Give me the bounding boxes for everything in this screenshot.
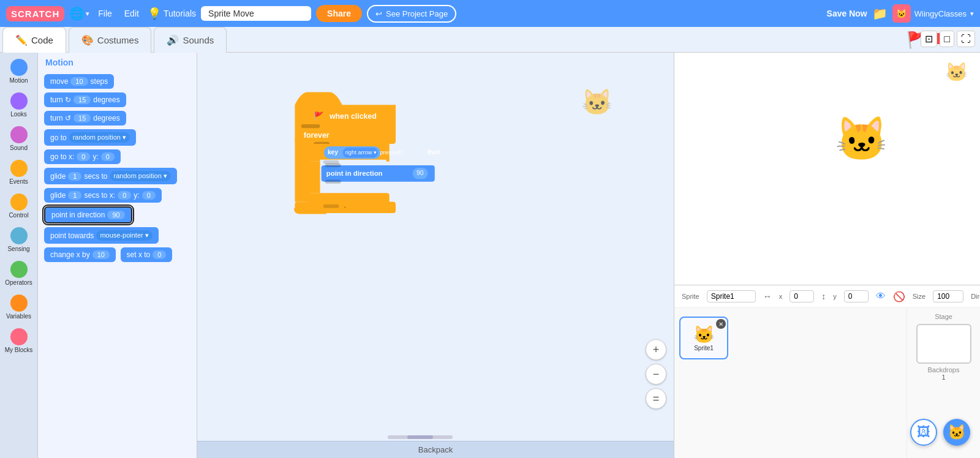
sidebar-item-control[interactable]: Control — [2, 190, 36, 222]
username-label: WiingyClasses — [914, 9, 967, 18]
zoom-in-button[interactable]: + — [646, 339, 666, 360]
motion-label: Motion — [9, 77, 28, 84]
tab-sounds[interactable]: 🔊 Sounds — [154, 27, 227, 53]
myblocks-dot — [10, 328, 28, 345]
add-backdrop-button[interactable]: 🖼 — [910, 419, 937, 446]
x-label: x — [779, 293, 783, 300]
normal-stage-button[interactable]: □ — [940, 31, 954, 47]
svg-text:🚩: 🚩 — [314, 111, 324, 121]
x-coord-icon: ↔ — [763, 291, 772, 301]
sprite-label: Sprite — [682, 293, 699, 300]
sensing-dot — [10, 227, 28, 244]
sprite-info-panel: Sprite ↔ x ↕ y 👁 🚫 Size Direction — [674, 285, 980, 308]
forever-block: forever ↩ — [295, 124, 396, 213]
sidebar-item-sound[interactable]: Sound — [2, 122, 36, 155]
horizontal-scrollbar[interactable] — [197, 434, 643, 441]
stage-thumbnail[interactable] — [916, 324, 971, 364]
sidebar-item-variables[interactable]: Variables — [2, 291, 36, 323]
svg-rect-4 — [295, 139, 311, 202]
save-now-button[interactable]: Save Now — [827, 9, 867, 18]
sidebar-item-sensing[interactable]: Sensing — [2, 223, 36, 256]
stage-panel-label: Stage — [935, 313, 952, 320]
events-label: Events — [9, 178, 28, 185]
tab-code[interactable]: ✏️ Code — [2, 27, 66, 53]
zoom-out-button[interactable]: − — [646, 364, 666, 385]
go-to-xy-block[interactable]: go to x: 0 y: 0 — [44, 149, 121, 164]
svg-text:then: then — [427, 149, 440, 156]
y-coord-icon: ↕ — [821, 291, 826, 301]
y-value-input[interactable] — [844, 290, 869, 302]
motion-dot — [10, 59, 28, 76]
show-button[interactable]: 👁 — [876, 291, 886, 302]
point-towards-block[interactable]: point towards mouse-pointer ▾ — [44, 227, 159, 244]
svg-rect-6 — [301, 124, 320, 128]
code-area[interactable]: 🚩 when clicked forever ↩ — [197, 53, 674, 458]
svg-rect-21 — [325, 180, 341, 184]
svg-rect-10 — [324, 146, 381, 159]
sprite-thumbnail-image: 🐱 — [693, 325, 715, 345]
variables-label: Variables — [6, 313, 31, 320]
right-panel: 🐱 🐱 Sprite ↔ x ↕ y 👁 🚫 Size Direction — [674, 53, 980, 458]
turn-ccw-block[interactable]: turn ↺ 15 degrees — [44, 111, 126, 126]
globe-icon[interactable]: 🌐 ▾ — [69, 6, 89, 21]
hat-block-group: 🚩 when clicked — [295, 92, 396, 131]
svg-rect-23 — [413, 168, 428, 179]
share-button[interactable]: Share — [316, 5, 362, 22]
set-x-block[interactable]: set x to 0 — [121, 247, 173, 262]
scrollbar-track — [388, 435, 453, 439]
tutorials-button[interactable]: 💡 Tutorials — [148, 7, 196, 20]
hide-button[interactable]: 🚫 — [893, 291, 905, 302]
go-to-block[interactable]: go to random position ▾ — [44, 129, 136, 146]
point-direction-block[interactable]: point in direction 90 — [44, 206, 132, 223]
svg-rect-12 — [343, 148, 379, 157]
sidebar-item-operators[interactable]: Operators — [2, 257, 36, 290]
stage-cat-sprite: 🐱 — [835, 114, 888, 164]
turn-cw-block[interactable]: turn ↻ 15 degrees — [44, 92, 126, 107]
sound-dot — [10, 126, 28, 143]
user-area[interactable]: 🐱 WiingyClasses ▾ — [892, 4, 974, 23]
blocks-workspace-svg: 🚩 when clicked forever ↩ — [197, 53, 638, 371]
sidebar-item-events[interactable]: Events — [2, 156, 36, 189]
svg-rect-16 — [307, 162, 320, 193]
stage-area: 🐱 🐱 — [674, 53, 980, 285]
small-stage-button[interactable]: ⊡ — [921, 31, 937, 47]
tab-costumes[interactable]: 🎨 Costumes — [69, 27, 152, 53]
svg-text:right arrow ▾: right arrow ▾ — [345, 149, 377, 156]
user-avatar: 🐱 — [892, 4, 911, 23]
size-input[interactable] — [933, 290, 963, 302]
move-block[interactable]: move 10 steps — [44, 74, 114, 89]
sprite-delete-button[interactable]: ✕ — [716, 319, 726, 329]
costumes-tab-icon: 🎨 — [81, 34, 94, 46]
scrollbar-thumb[interactable] — [407, 435, 433, 439]
svg-rect-7 — [314, 142, 330, 146]
glide-random-block[interactable]: glide 1 secs to random position ▾ — [44, 168, 177, 184]
file-menu[interactable]: File — [94, 6, 116, 21]
see-project-button[interactable]: ↩ See Project Page — [367, 5, 456, 23]
sound-label: Sound — [10, 145, 28, 151]
operators-dot — [10, 261, 28, 278]
svg-rect-3 — [295, 126, 396, 144]
edit-menu[interactable]: Edit — [121, 6, 143, 21]
glide-xy-block[interactable]: glide 1 secs to x: 0 y: 0 — [44, 188, 162, 203]
sidebar-item-myblocks[interactable]: My Blocks — [2, 325, 36, 357]
project-name-input[interactable] — [201, 6, 311, 21]
add-sprite-button[interactable]: 🐱 — [943, 419, 970, 446]
zoom-reset-button[interactable]: = — [646, 388, 666, 409]
change-x-block[interactable]: change x by 10 — [44, 247, 116, 262]
direction-label: Direction — [971, 293, 980, 300]
backpack-bar[interactable]: Backpack — [197, 441, 674, 458]
top-navigation: SCRATCH 🌐 ▾ File Edit 💡 Tutorials Share … — [0, 0, 980, 27]
sidebar-item-looks[interactable]: Looks — [2, 89, 36, 121]
sprite-name-input[interactable] — [707, 290, 756, 302]
svg-text:when clicked: when clicked — [329, 112, 377, 121]
folder-icon[interactable]: 📁 — [872, 6, 888, 21]
x-value-input[interactable] — [790, 290, 814, 302]
svg-rect-5 — [295, 202, 396, 214]
scratch-logo[interactable]: SCRATCH — [6, 6, 64, 21]
fullscreen-button[interactable]: ⛶ — [957, 31, 975, 47]
looks-label: Looks — [10, 111, 27, 118]
sprite1-thumbnail[interactable]: ✕ 🐱 Sprite1 — [679, 317, 728, 359]
sidebar-item-motion[interactable]: Motion — [2, 55, 36, 88]
sprite-info-row: Sprite ↔ x ↕ y 👁 🚫 Size Direction — [682, 290, 973, 302]
svg-text:key: key — [328, 149, 338, 156]
